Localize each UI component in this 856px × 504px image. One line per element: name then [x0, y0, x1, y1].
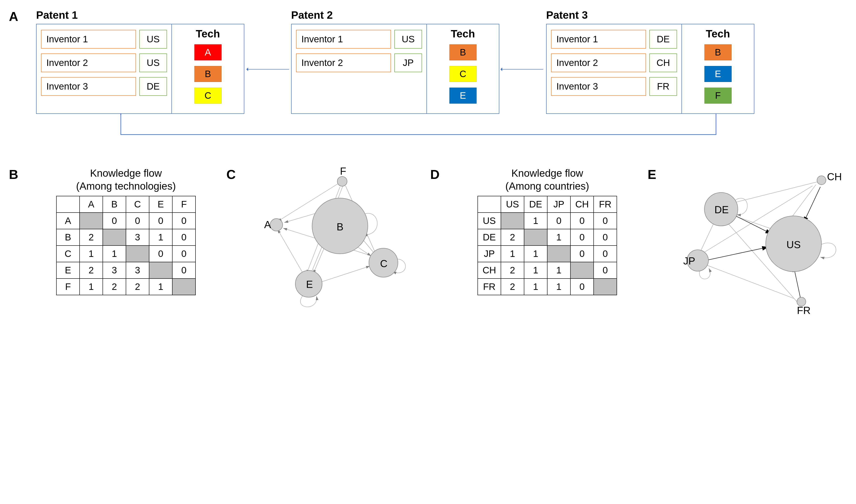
- country-box: DE: [139, 77, 167, 96]
- matrix-cell: 0: [570, 246, 594, 262]
- patent-title: Patent 2: [291, 9, 499, 21]
- panel-D-title: Knowledge flow (Among countries): [456, 167, 639, 193]
- tech-header: Tech: [706, 28, 730, 40]
- panel-A-label: A: [9, 9, 18, 24]
- matrix-cell: 0: [172, 213, 196, 229]
- svg-point-4: [337, 177, 347, 186]
- tech-flow-graph: A B C E F: [252, 167, 421, 314]
- tech-chip: C: [449, 66, 477, 82]
- country-box: FR: [649, 77, 677, 96]
- tech-flow-matrix: ABCEFA0000B2310C1100E2330F1221: [56, 196, 196, 295]
- patent-box: Inventor 1USInventor 2USInventor 3DETech…: [36, 24, 244, 114]
- matrix-col-header: E: [149, 196, 172, 213]
- matrix-cell: 1: [524, 278, 547, 295]
- inventor-box: Inventor 2: [551, 53, 646, 72]
- matrix-row-header: F: [56, 278, 79, 295]
- tech-chip: B: [705, 44, 732, 60]
- tech-chip: C: [194, 88, 221, 104]
- node-C: C: [380, 258, 388, 269]
- svg-point-8: [817, 176, 826, 185]
- node-DE: DE: [714, 204, 729, 215]
- matrix-cell: 0: [570, 229, 594, 246]
- matrix-cell: 2: [501, 278, 524, 295]
- matrix-cell: 0: [126, 213, 149, 229]
- matrix-cell: [103, 229, 126, 246]
- panel-C-label: C: [226, 167, 243, 182]
- matrix-cell: [172, 278, 196, 295]
- matrix-cell: 3: [126, 229, 149, 246]
- matrix-cell: 2: [103, 278, 126, 295]
- matrix-cell: 0: [594, 213, 617, 229]
- country-flow-matrix: USDEJPCHFRUS1000DE2100JP1100CH2110FR2110: [478, 196, 617, 295]
- matrix-cell: [126, 246, 149, 262]
- node-US: US: [786, 239, 801, 250]
- inventor-box: Inventor 2: [41, 53, 136, 72]
- matrix-cell: 1: [547, 278, 570, 295]
- country-box: US: [394, 30, 422, 49]
- node-FR: FR: [797, 305, 810, 316]
- tech-header: Tech: [196, 28, 220, 40]
- arrow-p2-to-p1: [247, 69, 289, 70]
- matrix-cell: 2: [79, 262, 103, 278]
- inventor-box: Inventor 3: [551, 77, 646, 96]
- country-flow-graph: US DE JP CH FR: [673, 167, 847, 319]
- matrix-cell: 1: [524, 213, 547, 229]
- matrix-col-header: JP: [547, 196, 570, 213]
- matrix-row-header: JP: [478, 246, 501, 262]
- node-A: A: [264, 219, 271, 230]
- tech-chip: A: [194, 44, 221, 60]
- country-box: DE: [649, 30, 677, 49]
- matrix-cell: 1: [524, 246, 547, 262]
- panel-B: Knowledge flow (Among technologies) ABCE…: [35, 167, 217, 295]
- matrix-cell: [524, 229, 547, 246]
- matrix-row-header: C: [56, 246, 79, 262]
- matrix-row-header: E: [56, 262, 79, 278]
- matrix-cell: [570, 262, 594, 278]
- matrix-cell: 2: [126, 278, 149, 295]
- svg-point-0: [270, 219, 283, 231]
- matrix-cell: 1: [149, 229, 172, 246]
- matrix-cell: 2: [501, 229, 524, 246]
- matrix-cell: 1: [524, 262, 547, 278]
- arrow-p3-to-p1: [36, 113, 763, 149]
- matrix-row-header: A: [56, 213, 79, 229]
- panel-A: Patent 1Inventor 1USInventor 2USInventor…: [36, 9, 763, 149]
- matrix-col-header: DE: [524, 196, 547, 213]
- matrix-cell: 1: [547, 262, 570, 278]
- matrix-col-header: B: [103, 196, 126, 213]
- patent-title: Patent 3: [546, 9, 754, 21]
- matrix-row-header: FR: [478, 278, 501, 295]
- matrix-cell: 0: [172, 246, 196, 262]
- panel-D-label: D: [430, 167, 447, 182]
- panel-B-title: Knowledge flow (Among technologies): [35, 167, 217, 193]
- node-E: E: [306, 278, 313, 290]
- matrix-cell: 1: [79, 246, 103, 262]
- matrix-cell: [547, 246, 570, 262]
- matrix-cell: 1: [501, 246, 524, 262]
- matrix-row-header: DE: [478, 229, 501, 246]
- matrix-row-header: B: [56, 229, 79, 246]
- matrix-cell: 0: [594, 262, 617, 278]
- matrix-cell: [149, 262, 172, 278]
- matrix-cell: 0: [570, 213, 594, 229]
- node-CH: CH: [827, 171, 842, 182]
- inventor-box: Inventor 1: [551, 30, 646, 49]
- tech-header: Tech: [451, 28, 475, 40]
- matrix-cell: 1: [149, 278, 172, 295]
- patent-box: Inventor 1DEInventor 2CHInventor 3FRTech…: [546, 24, 754, 114]
- country-box: US: [139, 53, 167, 72]
- matrix-col-header: CH: [570, 196, 594, 213]
- matrix-cell: 2: [501, 262, 524, 278]
- panel-E-label: E: [647, 167, 664, 182]
- country-box: US: [139, 30, 167, 49]
- matrix-cell: 0: [570, 278, 594, 295]
- node-B: B: [337, 221, 343, 233]
- matrix-cell: 0: [594, 246, 617, 262]
- matrix-row-header: CH: [478, 262, 501, 278]
- tech-chip: E: [449, 88, 477, 104]
- tech-chip: B: [449, 44, 477, 60]
- panel-B-label: B: [9, 167, 25, 182]
- matrix-cell: 0: [547, 213, 570, 229]
- matrix-cell: 1: [547, 229, 570, 246]
- matrix-cell: 2: [79, 229, 103, 246]
